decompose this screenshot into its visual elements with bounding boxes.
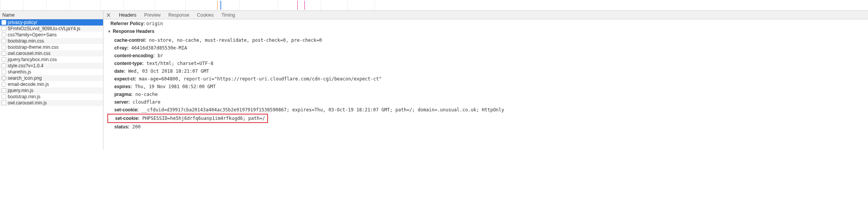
header-value: 200 bbox=[129, 124, 141, 130]
image-file-icon bbox=[2, 76, 6, 80]
document-file-icon bbox=[2, 63, 6, 68]
header-key: cache-control: bbox=[114, 38, 146, 43]
file-list[interactable]: privacy-policy/5FmhiOzSLvvd_909IUu-cVLja… bbox=[0, 19, 103, 150]
header-key: set-cookie: bbox=[114, 107, 139, 113]
tab-timing[interactable]: Timing bbox=[217, 11, 239, 19]
file-name: owl.carousel.min.css bbox=[8, 51, 51, 56]
header-value: Thu, 19 Nov 1981 08:52:00 GMT bbox=[132, 84, 216, 89]
response-header-line: content-type: text/html; charset=UTF-8 bbox=[107, 60, 864, 67]
header-key: cf-ray: bbox=[114, 45, 129, 51]
document-file-icon bbox=[2, 88, 6, 93]
document-file-icon bbox=[2, 82, 6, 87]
file-row[interactable]: privacy-policy/ bbox=[0, 19, 103, 26]
tab-headers[interactable]: Headers bbox=[115, 11, 140, 19]
file-row[interactable]: bootstrap-theme.min.css bbox=[0, 44, 103, 50]
header-value: __cfduid=d39917cba20143a404ac35b2e919791… bbox=[139, 107, 504, 113]
header-key: content-type: bbox=[114, 61, 144, 66]
header-key: date: bbox=[114, 68, 125, 74]
header-value: no-cache bbox=[132, 92, 158, 97]
document-file-icon bbox=[2, 101, 6, 105]
response-headers-section[interactable]: ▼ Response Headers bbox=[107, 29, 864, 34]
file-name: sharethis.js bbox=[8, 69, 31, 75]
file-row[interactable]: owl.carousel.min.js bbox=[0, 100, 103, 106]
header-value: br bbox=[155, 53, 163, 58]
tab-response[interactable]: Response bbox=[164, 11, 193, 19]
file-row[interactable]: sharethis.js bbox=[0, 69, 103, 75]
document-file-icon bbox=[2, 39, 6, 43]
file-row[interactable]: jquery.min.js bbox=[0, 87, 103, 94]
file-row[interactable]: search_icon.png bbox=[0, 75, 103, 81]
header-key: set-cookie: bbox=[115, 116, 139, 121]
response-header-line: cache-control: no-store, no-cache, must-… bbox=[107, 36, 864, 44]
tab-cookies[interactable]: Cookies bbox=[193, 11, 217, 19]
file-name: search_icon.png bbox=[8, 75, 42, 81]
close-icon[interactable] bbox=[106, 12, 111, 18]
response-header-line: expires: Thu, 19 Nov 1981 08:52:00 GMT bbox=[107, 83, 864, 91]
file-row[interactable]: jquery.fancybox.min.css bbox=[0, 56, 103, 63]
headers-content[interactable]: Referrer Policy: origin ▼ Response Heade… bbox=[103, 19, 868, 150]
header-value: no-store, no-cache, must-revalidate, pos… bbox=[146, 38, 322, 43]
header-value: cloudflare bbox=[130, 99, 160, 105]
referrer-policy-line: Referrer Policy: origin bbox=[107, 21, 864, 26]
document-file-icon bbox=[2, 57, 6, 62]
file-name: css?family=Open+Sans bbox=[8, 32, 57, 38]
document-file-icon bbox=[2, 32, 6, 37]
waterfall-strip bbox=[0, 0, 868, 11]
file-name: email-decode.min.js bbox=[8, 82, 49, 87]
file-name: bootstrap.min.css bbox=[8, 38, 44, 44]
file-name: owl.carousel.min.js bbox=[8, 100, 47, 106]
file-row[interactable]: bootstrap.min.css bbox=[0, 38, 103, 44]
file-row[interactable]: style.css?v=1.0.4 bbox=[0, 63, 103, 69]
response-header-line: status: 200 bbox=[107, 123, 864, 131]
header-value: PHPSESSID=he5hj6drfq6uanp1im4rfkugd6; pa… bbox=[139, 116, 265, 121]
file-row[interactable]: bootstrap.min.js bbox=[0, 94, 103, 100]
file-name: privacy-policy/ bbox=[8, 20, 37, 25]
document-file-icon bbox=[2, 26, 6, 31]
response-header-line: pragma: no-cache bbox=[107, 91, 864, 98]
response-header-line: server: cloudflare bbox=[107, 98, 864, 106]
network-request-list: Name privacy-policy/5FmhiOzSLvvd_909IUu-… bbox=[0, 11, 103, 150]
header-key: expires: bbox=[114, 84, 132, 89]
header-key: pragma: bbox=[114, 92, 132, 97]
file-name: jquery.fancybox.min.css bbox=[8, 57, 57, 62]
request-details-panel: HeadersPreviewResponseCookiesTiming Refe… bbox=[103, 11, 868, 150]
chevron-down-icon: ▼ bbox=[107, 29, 111, 34]
header-value: max-age=604800, report-uri="https://repo… bbox=[136, 76, 382, 82]
details-tabs: HeadersPreviewResponseCookiesTiming bbox=[103, 11, 868, 19]
header-key: server: bbox=[114, 99, 130, 105]
document-file-icon bbox=[2, 94, 6, 99]
response-header-line: date: Wed, 03 Oct 2018 18:21:07 GMT bbox=[107, 67, 864, 75]
tab-preview[interactable]: Preview bbox=[140, 11, 164, 19]
file-name: bootstrap.min.js bbox=[8, 94, 41, 99]
document-file-icon bbox=[2, 20, 6, 25]
file-row[interactable]: owl.carousel.min.css bbox=[0, 50, 103, 56]
header-value: 46416d387d85530e-MIA bbox=[129, 45, 187, 51]
file-name: 5FmhiOzSLvvd_909IUu-cVLjaY4.js bbox=[8, 26, 80, 31]
file-name: style.css?v=1.0.4 bbox=[8, 63, 43, 68]
file-row[interactable]: css?family=Open+Sans bbox=[0, 32, 103, 38]
header-key: content-encoding: bbox=[114, 53, 155, 58]
file-row[interactable]: email-decode.min.js bbox=[0, 81, 103, 87]
file-row[interactable]: 5FmhiOzSLvvd_909IUu-cVLjaY4.js bbox=[0, 26, 103, 32]
response-header-line: content-encoding: br bbox=[107, 52, 864, 60]
header-value: text/html; charset=UTF-8 bbox=[144, 61, 214, 66]
document-file-icon bbox=[2, 45, 6, 50]
response-header-line: set-cookie: PHPSESSID=he5hj6drfq6uanp1im… bbox=[107, 114, 268, 123]
column-header-name[interactable]: Name bbox=[0, 11, 103, 19]
file-name: bootstrap-theme.min.css bbox=[8, 44, 58, 50]
header-key: expect-ct: bbox=[114, 76, 136, 82]
section-title-label: Response Headers bbox=[113, 29, 154, 34]
document-file-icon bbox=[2, 70, 6, 74]
file-name: jquery.min.js bbox=[8, 88, 33, 93]
response-header-line: expect-ct: max-age=604800, report-uri="h… bbox=[107, 75, 864, 83]
response-header-line: set-cookie: __cfduid=d39917cba20143a404a… bbox=[107, 106, 864, 114]
response-header-line: cf-ray: 46416d387d85530e-MIA bbox=[107, 44, 864, 52]
header-value: Wed, 03 Oct 2018 18:21:07 GMT bbox=[125, 68, 209, 74]
document-file-icon bbox=[2, 51, 6, 56]
header-key: status: bbox=[114, 124, 129, 130]
